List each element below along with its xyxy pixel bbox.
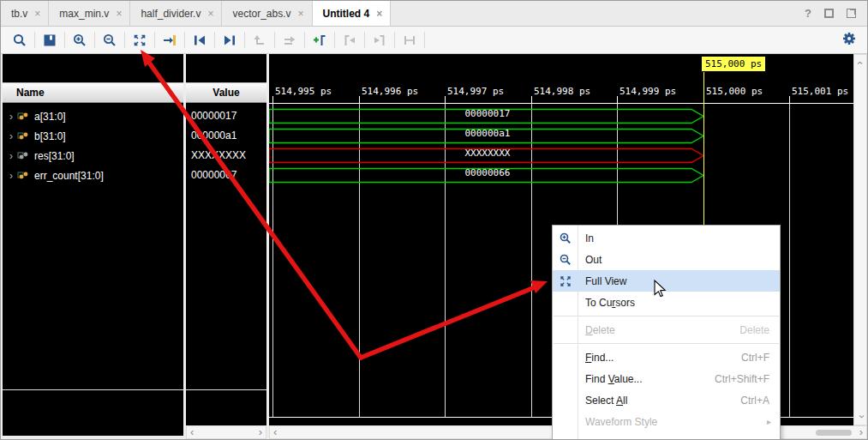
toolbar-separator <box>214 32 215 48</box>
tab-tb.v[interactable]: tb.v × <box>1 1 49 26</box>
zoom-in-icon <box>559 232 572 245</box>
float-icon[interactable] <box>847 9 856 18</box>
axis-tick-label: 514,999 ps <box>620 86 676 97</box>
tab-label: Untitled 4 <box>323 8 370 20</box>
close-icon[interactable]: × <box>376 8 382 20</box>
menu-item-find-value[interactable]: Find Value... Ctrl+Shift+F <box>553 368 780 389</box>
add-marker-icon <box>312 33 327 48</box>
wave-window: tb.v × max_min.v × half_divider.v × vect… <box>0 0 868 440</box>
tab-half_divider.v[interactable]: half_divider.v × <box>130 1 222 26</box>
settings-button[interactable] <box>841 31 867 50</box>
axis-baseline <box>269 103 853 104</box>
toolbar-separator <box>394 32 395 48</box>
axis-tick-label: 514,995 ps <box>275 86 332 97</box>
scroll-up-arrow[interactable]: ‹ <box>854 58 867 69</box>
waveform-bus-b[interactable]: 000000a1 <box>269 128 706 144</box>
add-marker-button[interactable] <box>307 29 332 51</box>
expand-chevron-icon[interactable]: › <box>9 150 13 162</box>
signal-row-res[interactable]: › res[31:0] <box>3 146 183 166</box>
close-icon[interactable]: × <box>116 8 122 20</box>
menu-shortcut: Delete <box>739 324 780 336</box>
toolbar-separator <box>34 32 35 48</box>
name-column-header[interactable]: Name <box>3 82 183 103</box>
find-button[interactable] <box>7 29 33 51</box>
full-view-icon <box>132 33 147 48</box>
toolbar-separator <box>304 32 305 48</box>
search-icon <box>12 33 27 48</box>
tab-vector_abs.v[interactable]: vector_abs.v × <box>222 1 312 26</box>
signal-row-err-count[interactable]: › err_count[31:0] <box>3 166 183 185</box>
expand-chevron-icon[interactable]: › <box>9 111 13 123</box>
zoom-in-button[interactable] <box>67 29 93 51</box>
waveform-vertical-scrollbar[interactable]: ‹ ‹ <box>853 54 867 425</box>
close-icon[interactable]: × <box>298 8 304 20</box>
scroll-left-arrow[interactable]: ‹ <box>273 426 277 438</box>
waveform-bus-res[interactable]: XXXXXXXX <box>269 148 706 164</box>
go-to-time-button[interactable] <box>157 29 183 51</box>
full-view-icon <box>559 274 572 288</box>
tab-label: max_min.v <box>59 8 109 20</box>
next-marker-button[interactable] <box>367 29 392 51</box>
tab-bar: tb.v × max_min.v × half_divider.v × vect… <box>1 1 867 27</box>
axis-tick <box>531 96 532 103</box>
panel-divider <box>3 389 183 390</box>
close-icon[interactable]: × <box>34 8 40 20</box>
axis-tick <box>789 96 790 103</box>
bus-value-label: 000000a1 <box>269 128 706 144</box>
tab-label: tb.v <box>11 8 27 20</box>
previous-marker-button[interactable] <box>337 29 362 51</box>
menu-item-zoom-out[interactable]: Out <box>553 249 780 270</box>
menu-item-label: Signal Color <box>578 437 641 440</box>
bus-value-label: 00000017 <box>269 108 706 124</box>
bus-signal-icon <box>17 151 29 161</box>
previous-transition-button[interactable] <box>247 29 272 51</box>
scroll-right-arrow[interactable]: › <box>859 426 863 438</box>
menu-item-to-cursors[interactable]: To Cursors <box>553 292 780 313</box>
cursor-time-label: 515,000 ps <box>702 57 765 71</box>
axis-tick <box>617 96 618 103</box>
signal-row-a[interactable]: › a[31:0] <box>3 106 183 126</box>
value-column-header[interactable]: Value <box>186 82 266 103</box>
menu-item-zoom-in[interactable]: In <box>553 227 780 249</box>
scrollbar-thumb[interactable] <box>816 430 852 436</box>
tab-max_min.v[interactable]: max_min.v × <box>49 1 130 26</box>
save-wave-config-button[interactable] <box>37 29 63 51</box>
scroll-down-arrow[interactable]: ‹ <box>854 412 867 422</box>
go-to-last-time-button[interactable] <box>217 29 242 51</box>
tab-untitled-4[interactable]: Untitled 4 × <box>313 1 392 26</box>
menu-item-select-all[interactable]: Select All Ctrl+A <box>553 389 780 411</box>
menu-item-find[interactable]: Find... Ctrl+F <box>553 347 780 368</box>
bus-signal-icon <box>17 171 29 181</box>
axis-tick <box>445 96 446 103</box>
signal-row-b[interactable]: › b[31:0] <box>3 126 183 146</box>
menu-item-signal-color: Signal Color ▸ <box>553 432 780 440</box>
help-icon[interactable]: ? <box>805 7 811 20</box>
toolbar-separator <box>184 32 185 48</box>
maximize-icon[interactable] <box>824 9 834 18</box>
menu-separator <box>554 343 779 344</box>
go-to-time-zero-button[interactable] <box>187 29 213 51</box>
menu-item-full-view[interactable]: Full View <box>553 270 780 292</box>
menu-item-label: Out <box>578 254 602 266</box>
scroll-left-arrow[interactable]: ‹ <box>190 426 194 438</box>
signal-names-panel: Name › a[31:0] › b[31:0] › <box>3 54 183 436</box>
axis-tick <box>359 96 360 103</box>
zoom-out-button[interactable] <box>97 29 123 51</box>
waveform-bus-a[interactable]: 00000017 <box>269 108 706 124</box>
bus-value-label: 00000066 <box>269 167 706 184</box>
submenu-arrow-icon: ▸ <box>767 417 780 426</box>
next-transition-button[interactable] <box>277 29 302 51</box>
expand-chevron-icon[interactable]: › <box>9 170 13 182</box>
menu-item-delete: Delete Delete <box>553 319 780 341</box>
menu-item-label: Full View <box>578 275 626 287</box>
zoom-full-view-button[interactable] <box>127 29 153 51</box>
toolbar-separator <box>424 32 425 48</box>
values-horizontal-scrollbar[interactable]: ‹ › <box>186 425 266 439</box>
zoom-in-icon <box>72 33 87 48</box>
scroll-right-arrow[interactable]: › <box>259 426 262 438</box>
expand-chevron-icon[interactable]: › <box>9 130 13 142</box>
close-icon[interactable]: × <box>207 8 213 20</box>
swap-cursors-button[interactable] <box>397 29 422 51</box>
waveform-bus-err-count[interactable]: 00000066 <box>269 167 706 184</box>
swap-cursors-icon <box>402 33 417 48</box>
